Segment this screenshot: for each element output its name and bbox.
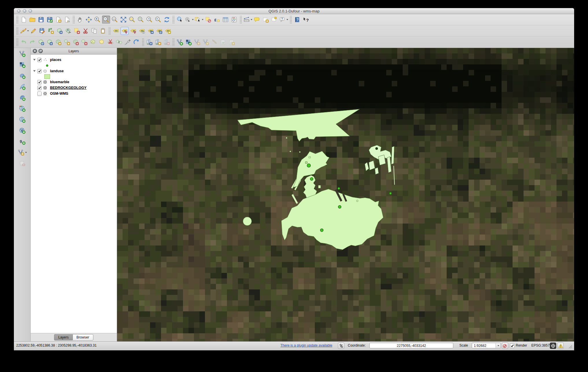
map-canvas[interactable] bbox=[117, 48, 574, 341]
zoom-last-button[interactable] bbox=[145, 16, 154, 24]
measure-button[interactable] bbox=[243, 16, 252, 24]
change-label-properties-button[interactable]: abc bbox=[164, 27, 172, 35]
layers-panel-header[interactable]: Layers bbox=[31, 48, 117, 55]
paste-features-button[interactable] bbox=[99, 27, 107, 35]
merge-features-button[interactable] bbox=[115, 38, 123, 46]
delete-selected-button[interactable] bbox=[73, 27, 81, 35]
whats-this-button[interactable]: ? bbox=[302, 16, 310, 24]
delete-ring-button[interactable] bbox=[72, 38, 80, 46]
layer-visibility-checkbox[interactable] bbox=[37, 80, 42, 84]
expand-arrow-icon[interactable] bbox=[32, 70, 36, 72]
current-edits-button[interactable] bbox=[20, 27, 29, 35]
add-wcs-layer-button[interactable] bbox=[17, 115, 27, 124]
layer-visibility-checkbox[interactable] bbox=[37, 69, 42, 73]
simplify-feature-button[interactable] bbox=[46, 38, 54, 46]
offset-curve-button[interactable] bbox=[132, 38, 140, 46]
zoom-next-button[interactable] bbox=[154, 16, 162, 24]
layer-row-osm-wms[interactable]: OSM-WMS bbox=[31, 91, 117, 96]
select-by-expression-button[interactable]: ε bbox=[213, 16, 221, 24]
new-vector-layer-button[interactable] bbox=[17, 148, 27, 157]
layer-row-bluemarble[interactable]: bluemarble bbox=[31, 79, 117, 85]
add-ring-button[interactable] bbox=[54, 38, 62, 46]
zoom-full-extent-button[interactable] bbox=[119, 16, 127, 24]
tab-layers[interactable]: Layers bbox=[54, 334, 72, 341]
add-wms-layer-button[interactable] bbox=[17, 104, 27, 113]
local-histogram-stretch-button[interactable] bbox=[145, 38, 154, 46]
run-feature-action-button[interactable] bbox=[184, 16, 194, 24]
close-panel-button[interactable] bbox=[33, 49, 37, 53]
full-histogram-stretch-button[interactable] bbox=[154, 38, 162, 46]
expand-arrow-icon[interactable] bbox=[32, 59, 36, 61]
map-tips-button[interactable] bbox=[253, 16, 261, 24]
render-checkbox[interactable] bbox=[510, 343, 515, 348]
new-bookmark-button[interactable] bbox=[262, 16, 270, 24]
rotate-feature-button[interactable] bbox=[37, 38, 45, 46]
composer-manager-button[interactable] bbox=[63, 16, 71, 24]
deselect-all-button[interactable] bbox=[204, 16, 212, 24]
minimize-window-button[interactable] bbox=[23, 9, 26, 13]
label-settings-button[interactable]: abc bbox=[112, 27, 120, 35]
layer-visibility-checkbox[interactable] bbox=[37, 58, 42, 62]
split-features-button[interactable] bbox=[106, 38, 114, 46]
zoom-actual-size-button[interactable]: 1:1 bbox=[111, 16, 119, 24]
resize-grip[interactable] bbox=[568, 344, 572, 349]
layer-row-landuse[interactable]: landuse bbox=[31, 68, 117, 74]
move-label-button[interactable]: abc bbox=[147, 27, 155, 35]
show-pinned-labels-button[interactable]: ab bbox=[129, 27, 137, 35]
rotate-label-button[interactable]: abc bbox=[155, 27, 163, 35]
add-part-button[interactable] bbox=[63, 38, 71, 46]
plugin-manager-button[interactable] bbox=[338, 343, 344, 349]
add-mssql-layer-button[interactable] bbox=[17, 93, 27, 102]
add-oracle-layer-button[interactable]: 9, bbox=[17, 137, 27, 146]
zoom-out-button[interactable] bbox=[102, 16, 110, 24]
coordinate-input[interactable] bbox=[369, 343, 453, 348]
pin-labels-button[interactable]: ab bbox=[121, 27, 129, 35]
open-attribute-table-button[interactable] bbox=[221, 16, 230, 24]
stop-rendering-button[interactable] bbox=[502, 343, 508, 349]
add-feature-button[interactable] bbox=[47, 27, 55, 35]
reshape-features-button[interactable] bbox=[89, 38, 97, 46]
help-contents-button[interactable]: ? bbox=[293, 16, 301, 24]
layer-visibility-checkbox[interactable] bbox=[37, 86, 42, 90]
save-layer-edits-button[interactable] bbox=[38, 27, 46, 35]
add-raster-layer-2-button[interactable] bbox=[184, 38, 193, 46]
node-tool-button[interactable] bbox=[64, 27, 72, 35]
select-features-button[interactable] bbox=[194, 16, 204, 24]
zoom-in-button[interactable] bbox=[93, 16, 101, 24]
crs-status-button[interactable] bbox=[550, 343, 556, 349]
field-calculator-button[interactable] bbox=[230, 16, 238, 24]
zoom-to-selection-button[interactable] bbox=[128, 16, 136, 24]
move-feature-button[interactable] bbox=[56, 27, 64, 35]
float-panel-button[interactable] bbox=[38, 49, 43, 53]
show-hide-labels-button[interactable]: abc bbox=[138, 27, 146, 35]
add-wfs-layer-button[interactable] bbox=[17, 126, 27, 135]
log-messages-button[interactable] bbox=[557, 343, 564, 349]
toggle-editing-button[interactable] bbox=[29, 27, 38, 35]
plugin-update-link[interactable]: There is a plugin update available bbox=[280, 343, 332, 347]
layer-row-places[interactable]: places bbox=[31, 57, 117, 63]
layer-visibility-checkbox[interactable] bbox=[37, 92, 42, 96]
pan-map-button[interactable] bbox=[76, 16, 84, 24]
scale-combo[interactable]: 1:92682 bbox=[472, 343, 501, 348]
identify-features-button[interactable]: i bbox=[176, 16, 184, 24]
copy-features-button[interactable] bbox=[90, 27, 98, 35]
tab-browser[interactable]: Browser bbox=[73, 334, 93, 341]
scale-dropdown-button[interactable] bbox=[495, 343, 500, 348]
add-postgis-layer-button[interactable] bbox=[17, 71, 27, 80]
add-vector-layer-2-button[interactable] bbox=[176, 38, 184, 46]
close-window-button[interactable] bbox=[17, 9, 21, 13]
add-vector-layer-button[interactable] bbox=[17, 49, 27, 58]
add-spatialite-layer-button[interactable] bbox=[17, 82, 27, 91]
refresh-map-button[interactable] bbox=[163, 16, 171, 24]
delete-part-button[interactable] bbox=[80, 38, 88, 46]
add-raster-layer-button[interactable] bbox=[17, 60, 27, 69]
show-bookmarks-button[interactable] bbox=[270, 16, 278, 24]
new-print-composer-button[interactable] bbox=[54, 16, 62, 24]
merge-feature-attributes-button[interactable] bbox=[124, 38, 132, 46]
open-project-button[interactable] bbox=[28, 16, 36, 24]
save-project-button[interactable] bbox=[37, 16, 45, 24]
cut-features-button[interactable] bbox=[82, 27, 90, 35]
fill-ring-button[interactable] bbox=[98, 38, 106, 46]
zoom-window-button[interactable] bbox=[29, 9, 32, 13]
redo-button[interactable] bbox=[28, 38, 36, 46]
